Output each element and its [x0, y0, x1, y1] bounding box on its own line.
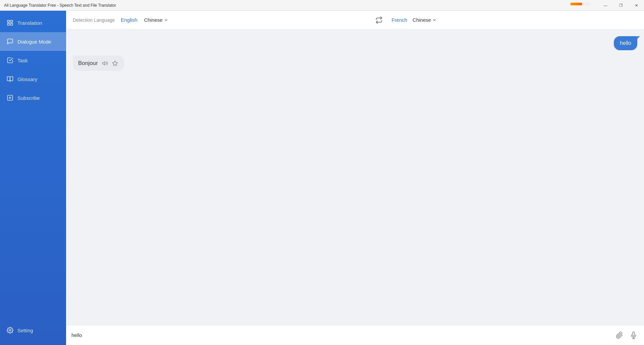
sidebar-item-setting[interactable]: Setting — [0, 321, 66, 340]
star-button[interactable] — [111, 60, 119, 67]
glossary-icon — [7, 76, 13, 82]
message-right-hello: hello — [73, 36, 637, 50]
progress-bar — [570, 3, 590, 5]
bubble-hello-text: hello — [620, 40, 631, 46]
attach-button[interactable] — [614, 330, 625, 340]
sidebar-item-subscribe[interactable]: Subscribe — [0, 88, 66, 107]
sidebar-label-setting: Setting — [17, 328, 33, 333]
source-dropdown-chevron-icon — [164, 18, 168, 22]
minimize-button[interactable]: — — [598, 0, 613, 11]
source-chinese-label: Chinese — [144, 17, 163, 23]
right-lang-section: French Chinese — [389, 16, 438, 24]
window-title: All Language Translator Free - Speech Te… — [4, 3, 640, 8]
svg-marker-8 — [102, 62, 105, 65]
svg-point-7 — [9, 330, 11, 331]
window-controls: — ❐ ✕ — [598, 0, 644, 10]
target-chinese-label: Chinese — [413, 17, 431, 23]
target-chinese-dropdown[interactable]: Chinese — [411, 16, 438, 24]
app-container: Translation Dialogue Mode Task — [0, 11, 644, 345]
bubble-bonjour: Bonjour — [73, 56, 124, 71]
sidebar-item-translation[interactable]: Translation — [0, 13, 66, 32]
sidebar-label-task: Task — [17, 58, 28, 63]
audio-play-button[interactable] — [101, 60, 109, 67]
paperclip-icon — [616, 332, 623, 339]
close-button[interactable]: ✕ — [629, 0, 644, 11]
swap-languages-button[interactable] — [371, 15, 387, 25]
target-french-button[interactable]: French — [389, 16, 409, 24]
speaker-icon — [102, 60, 108, 66]
sidebar-label-glossary: Glossary — [17, 76, 37, 82]
sidebar-label-subscribe: Subscribe — [17, 95, 40, 101]
svg-rect-3 — [8, 23, 10, 25]
chat-area: hello Bonjour — [66, 29, 644, 325]
sidebar-label-translation: Translation — [17, 20, 42, 26]
detection-language-label: Detection Language — [73, 17, 115, 23]
bubble-hello: hello — [614, 36, 637, 50]
message-input[interactable] — [71, 332, 610, 338]
svg-rect-1 — [11, 20, 13, 22]
star-icon — [112, 60, 118, 66]
sidebar-item-dialogue-mode[interactable]: Dialogue Mode — [0, 32, 66, 51]
bubble-bonjour-text: Bonjour — [78, 60, 98, 67]
svg-rect-0 — [8, 20, 10, 22]
sidebar-item-glossary[interactable]: Glossary — [0, 70, 66, 88]
input-area — [66, 325, 644, 345]
progress-fill — [570, 3, 582, 5]
svg-marker-9 — [112, 61, 117, 66]
subscribe-icon — [7, 94, 13, 101]
target-dropdown-chevron-icon — [432, 18, 436, 22]
swap-icon — [375, 16, 383, 24]
sidebar-label-dialogue: Dialogue Mode — [17, 39, 51, 45]
title-bar: All Language Translator Free - Speech Te… — [0, 0, 644, 11]
sidebar-item-task[interactable]: Task — [0, 51, 66, 70]
task-icon — [7, 57, 13, 64]
message-left-bonjour: Bonjour — [73, 56, 637, 71]
svg-rect-2 — [11, 23, 13, 25]
language-bar: Detection Language English Chinese — [66, 11, 644, 29]
setting-icon — [7, 327, 13, 334]
microphone-icon — [630, 332, 637, 339]
dialogue-icon — [7, 38, 13, 45]
main-content: Detection Language English Chinese — [66, 11, 644, 345]
source-english-button[interactable]: English — [119, 16, 139, 24]
microphone-button[interactable] — [629, 330, 639, 340]
translate-icon — [7, 19, 13, 26]
maximize-button[interactable]: ❐ — [613, 0, 629, 11]
source-chinese-dropdown[interactable]: Chinese — [142, 16, 170, 24]
sidebar: Translation Dialogue Mode Task — [0, 11, 66, 345]
bubble-bonjour-actions — [101, 60, 119, 67]
